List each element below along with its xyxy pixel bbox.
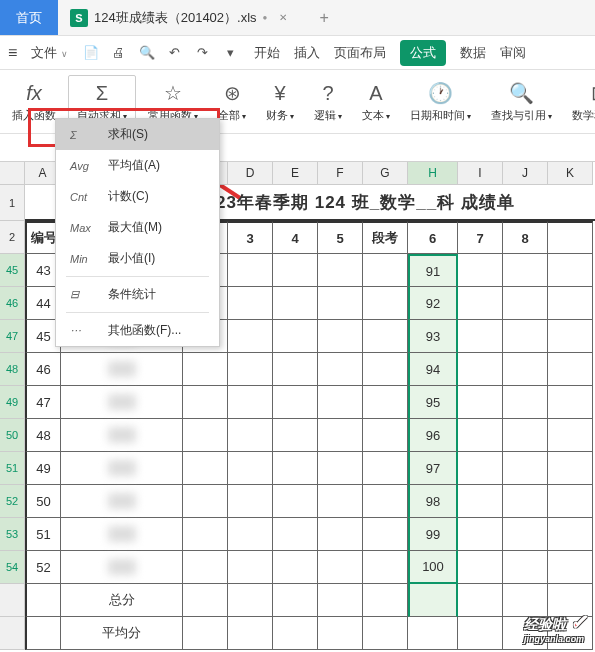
cell[interactable] (25, 617, 61, 650)
cell[interactable] (458, 452, 503, 485)
row-header[interactable]: 48 (0, 353, 25, 386)
cell[interactable] (503, 518, 548, 551)
cell[interactable] (503, 485, 548, 518)
cell[interactable] (548, 287, 593, 320)
row-header[interactable]: 49 (0, 386, 25, 419)
row-header[interactable]: 47 (0, 320, 25, 353)
cell-num[interactable]: 48 (25, 419, 61, 452)
cell[interactable] (228, 254, 273, 287)
cell[interactable] (458, 518, 503, 551)
row-header[interactable]: 52 (0, 485, 25, 518)
cell[interactable] (548, 320, 593, 353)
cell-name[interactable] (61, 551, 183, 584)
cell[interactable] (318, 419, 363, 452)
cell[interactable] (458, 386, 503, 419)
col-header-h[interactable]: H (408, 162, 458, 185)
cell[interactable] (503, 551, 548, 584)
header-8[interactable]: 8 (503, 221, 548, 254)
row-header[interactable]: 51 (0, 452, 25, 485)
cell[interactable] (548, 386, 593, 419)
cell[interactable] (25, 584, 61, 617)
cell[interactable] (363, 353, 408, 386)
cell-h[interactable]: 94 (408, 353, 458, 386)
cell[interactable] (363, 254, 408, 287)
cell[interactable] (228, 353, 273, 386)
cell[interactable] (318, 485, 363, 518)
cell-h[interactable]: 96 (408, 419, 458, 452)
cell[interactable] (503, 452, 548, 485)
select-all-corner[interactable] (0, 162, 25, 185)
file-tab[interactable]: S 124班成绩表（201402）.xls ● ✕ (58, 9, 299, 27)
cell-name[interactable] (61, 353, 183, 386)
cell[interactable] (503, 353, 548, 386)
cell[interactable] (273, 452, 318, 485)
tab-insert[interactable]: 插入 (294, 44, 320, 62)
cell-h[interactable]: 91 (408, 254, 458, 287)
cell[interactable] (273, 518, 318, 551)
col-header-k[interactable]: K (548, 162, 593, 185)
redo-icon[interactable]: ↷ (194, 44, 212, 62)
cell[interactable] (273, 551, 318, 584)
row-header[interactable]: 54 (0, 551, 25, 584)
file-menu[interactable]: 文件 ∨ (31, 44, 68, 62)
cell[interactable] (183, 386, 228, 419)
undo-icon[interactable]: ↶ (166, 44, 184, 62)
cell[interactable] (318, 287, 363, 320)
formula-input[interactable]: 60 (201, 140, 589, 155)
header-4[interactable]: 4 (273, 221, 318, 254)
lookup-button[interactable]: 🔍 查找与引用▾ (483, 80, 560, 123)
cell[interactable] (458, 419, 503, 452)
header-5[interactable]: 5 (318, 221, 363, 254)
col-header-g[interactable]: G (363, 162, 408, 185)
datetime-button[interactable]: 🕐 日期和时间▾ (402, 80, 479, 123)
finance-button[interactable]: ¥ 财务▾ (258, 80, 302, 123)
tab-layout[interactable]: 页面布局 (334, 44, 386, 62)
cell[interactable] (503, 254, 548, 287)
cell[interactable] (318, 386, 363, 419)
cell[interactable] (228, 518, 273, 551)
cell[interactable] (183, 518, 228, 551)
text-button[interactable]: A 文本▾ (354, 80, 398, 123)
col-header-d[interactable]: D (228, 162, 273, 185)
row-header[interactable]: 53 (0, 518, 25, 551)
cell[interactable] (318, 320, 363, 353)
cell-reference-box[interactable] (0, 134, 60, 161)
cell-h[interactable]: 97 (408, 452, 458, 485)
cell[interactable] (458, 320, 503, 353)
row-header-1[interactable]: 1 (0, 185, 25, 221)
cell[interactable] (458, 485, 503, 518)
close-tab-icon[interactable]: ✕ (279, 12, 287, 23)
cell[interactable] (273, 320, 318, 353)
cell-name[interactable] (61, 485, 183, 518)
dropdown-min[interactable]: Min 最小值(I) (56, 243, 219, 274)
row-header[interactable]: 46 (0, 287, 25, 320)
cell-h[interactable]: 98 (408, 485, 458, 518)
print-icon[interactable]: 🖨 (110, 44, 128, 62)
header-exam[interactable]: 段考 (363, 221, 408, 254)
col-header-f[interactable]: F (318, 162, 363, 185)
tab-start[interactable]: 开始 (254, 44, 280, 62)
cell-h[interactable]: 99 (408, 518, 458, 551)
cell[interactable] (273, 287, 318, 320)
cell[interactable] (363, 287, 408, 320)
avg-label[interactable]: 平均分 (61, 617, 183, 650)
dropdown-other[interactable]: ⋯ 其他函数(F)... (56, 315, 219, 346)
cell[interactable] (228, 485, 273, 518)
cell-h[interactable]: 92 (408, 287, 458, 320)
cell[interactable] (503, 419, 548, 452)
cell[interactable] (318, 551, 363, 584)
header-blank[interactable] (548, 221, 593, 254)
logic-button[interactable]: ? 逻辑▾ (306, 80, 350, 123)
new-tab-button[interactable]: + (311, 9, 336, 27)
cell-name[interactable] (61, 386, 183, 419)
all-functions-button[interactable]: ⊛ 全部▾ (210, 80, 254, 123)
row-header[interactable]: 50 (0, 419, 25, 452)
cell[interactable] (458, 551, 503, 584)
cell[interactable] (273, 419, 318, 452)
common-functions-button[interactable]: ☆ 常用函数▾ (140, 80, 206, 123)
preview-icon[interactable]: 🔍 (138, 44, 156, 62)
dropdown-sum[interactable]: Σ 求和(S) (56, 119, 219, 150)
row-header-2[interactable]: 2 (0, 221, 25, 254)
row-header[interactable] (0, 584, 25, 617)
cell-name[interactable] (61, 452, 183, 485)
